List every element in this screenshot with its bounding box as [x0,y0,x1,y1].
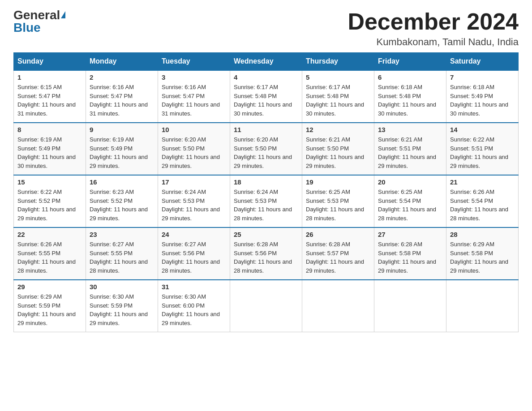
col-friday: Friday [374,53,446,71]
day-info: Sunrise: 6:22 AM Sunset: 5:52 PM Dayligh… [17,188,82,223]
day-info: Sunrise: 6:28 AM Sunset: 5:56 PM Dayligh… [234,240,298,275]
day-number: 8 [17,126,82,133]
col-monday: Monday [86,53,158,71]
col-saturday: Saturday [446,53,519,71]
week-row-3: 15 Sunrise: 6:22 AM Sunset: 5:52 PM Dayl… [14,175,519,227]
logo-blue-text: Blue [13,21,41,34]
day-number: 13 [378,126,442,133]
col-thursday: Thursday [302,53,374,71]
calendar-cell: 11 Sunrise: 6:20 AM Sunset: 5:50 PM Dayl… [230,123,302,175]
calendar-cell: 8 Sunrise: 6:19 AM Sunset: 5:49 PM Dayli… [14,123,86,175]
day-number: 5 [306,73,370,81]
calendar-title: December 2024 [348,9,519,34]
page-header: General Blue December 2024 Kumbakonam, T… [13,9,519,48]
day-number: 31 [162,283,226,291]
day-info: Sunrise: 6:28 AM Sunset: 5:57 PM Dayligh… [306,240,370,275]
day-info: Sunrise: 6:16 AM Sunset: 5:47 PM Dayligh… [90,83,154,118]
calendar-cell: 26 Sunrise: 6:28 AM Sunset: 5:57 PM Dayl… [302,227,374,280]
calendar-cell: 22 Sunrise: 6:26 AM Sunset: 5:55 PM Dayl… [14,227,86,280]
day-info: Sunrise: 6:16 AM Sunset: 5:47 PM Dayligh… [162,83,226,118]
day-number: 30 [90,283,154,291]
col-tuesday: Tuesday [158,53,230,71]
calendar-cell: 10 Sunrise: 6:20 AM Sunset: 5:50 PM Dayl… [158,123,230,175]
day-number: 7 [450,73,515,81]
calendar-cell: 27 Sunrise: 6:28 AM Sunset: 5:58 PM Dayl… [374,227,446,280]
title-section: December 2024 Kumbakonam, Tamil Nadu, In… [348,9,519,48]
week-row-4: 22 Sunrise: 6:26 AM Sunset: 5:55 PM Dayl… [14,227,519,280]
calendar-cell: 1 Sunrise: 6:15 AM Sunset: 5:47 PM Dayli… [14,70,86,123]
day-info: Sunrise: 6:27 AM Sunset: 5:56 PM Dayligh… [162,240,226,275]
calendar-cell: 29 Sunrise: 6:29 AM Sunset: 5:59 PM Dayl… [14,280,86,332]
day-info: Sunrise: 6:24 AM Sunset: 5:53 PM Dayligh… [162,188,226,223]
day-number: 6 [378,73,442,81]
calendar-cell: 9 Sunrise: 6:19 AM Sunset: 5:49 PM Dayli… [86,123,158,175]
calendar-cell: 13 Sunrise: 6:21 AM Sunset: 5:51 PM Dayl… [374,123,446,175]
day-number: 10 [162,126,226,133]
calendar-cell: 31 Sunrise: 6:30 AM Sunset: 6:00 PM Dayl… [158,280,230,332]
day-number: 27 [378,231,442,238]
day-number: 29 [17,283,82,291]
day-info: Sunrise: 6:18 AM Sunset: 5:48 PM Dayligh… [378,83,442,118]
day-info: Sunrise: 6:27 AM Sunset: 5:55 PM Dayligh… [90,240,154,275]
calendar-cell [230,280,302,332]
day-number: 26 [306,231,370,238]
day-number: 25 [234,231,298,238]
calendar-cell: 17 Sunrise: 6:24 AM Sunset: 5:53 PM Dayl… [158,175,230,227]
calendar-cell: 4 Sunrise: 6:17 AM Sunset: 5:48 PM Dayli… [230,70,302,123]
calendar-cell: 16 Sunrise: 6:23 AM Sunset: 5:52 PM Dayl… [86,175,158,227]
day-number: 3 [162,73,226,81]
calendar-cell: 20 Sunrise: 6:25 AM Sunset: 5:54 PM Dayl… [374,175,446,227]
day-info: Sunrise: 6:30 AM Sunset: 5:59 PM Dayligh… [90,292,154,327]
col-sunday: Sunday [14,53,86,71]
day-info: Sunrise: 6:25 AM Sunset: 5:54 PM Dayligh… [378,188,442,223]
calendar-cell: 7 Sunrise: 6:18 AM Sunset: 5:49 PM Dayli… [446,70,519,123]
day-number: 18 [234,178,298,186]
day-number: 2 [90,73,154,81]
day-number: 19 [306,178,370,186]
day-info: Sunrise: 6:17 AM Sunset: 5:48 PM Dayligh… [234,83,298,118]
calendar-cell: 5 Sunrise: 6:17 AM Sunset: 5:48 PM Dayli… [302,70,374,123]
week-row-5: 29 Sunrise: 6:29 AM Sunset: 5:59 PM Dayl… [14,280,519,332]
calendar-cell: 3 Sunrise: 6:16 AM Sunset: 5:47 PM Dayli… [158,70,230,123]
day-number: 28 [450,231,515,238]
day-info: Sunrise: 6:22 AM Sunset: 5:51 PM Dayligh… [450,135,515,170]
calendar-cell: 21 Sunrise: 6:26 AM Sunset: 5:54 PM Dayl… [446,175,519,227]
day-number: 21 [450,178,515,186]
day-info: Sunrise: 6:26 AM Sunset: 5:55 PM Dayligh… [17,240,82,275]
week-row-2: 8 Sunrise: 6:19 AM Sunset: 5:49 PM Dayli… [14,123,519,175]
calendar-cell: 14 Sunrise: 6:22 AM Sunset: 5:51 PM Dayl… [446,123,519,175]
day-info: Sunrise: 6:20 AM Sunset: 5:50 PM Dayligh… [234,135,298,170]
calendar-table: Sunday Monday Tuesday Wednesday Thursday… [13,52,519,332]
col-wednesday: Wednesday [230,53,302,71]
calendar-cell: 6 Sunrise: 6:18 AM Sunset: 5:48 PM Dayli… [374,70,446,123]
day-info: Sunrise: 6:25 AM Sunset: 5:53 PM Dayligh… [306,188,370,223]
day-info: Sunrise: 6:29 AM Sunset: 5:58 PM Dayligh… [450,240,515,275]
day-info: Sunrise: 6:20 AM Sunset: 5:50 PM Dayligh… [162,135,226,170]
calendar-cell: 15 Sunrise: 6:22 AM Sunset: 5:52 PM Dayl… [14,175,86,227]
calendar-cell: 30 Sunrise: 6:30 AM Sunset: 5:59 PM Dayl… [86,280,158,332]
calendar-cell: 19 Sunrise: 6:25 AM Sunset: 5:53 PM Dayl… [302,175,374,227]
day-number: 24 [162,231,226,238]
day-info: Sunrise: 6:15 AM Sunset: 5:47 PM Dayligh… [17,83,82,118]
day-number: 20 [378,178,442,186]
day-number: 11 [234,126,298,133]
calendar-cell [302,280,374,332]
calendar-cell: 18 Sunrise: 6:24 AM Sunset: 5:53 PM Dayl… [230,175,302,227]
calendar-header-row: Sunday Monday Tuesday Wednesday Thursday… [14,53,519,71]
day-number: 14 [450,126,515,133]
day-number: 9 [90,126,154,133]
day-info: Sunrise: 6:21 AM Sunset: 5:50 PM Dayligh… [306,135,370,170]
day-info: Sunrise: 6:26 AM Sunset: 5:54 PM Dayligh… [450,188,515,223]
day-info: Sunrise: 6:19 AM Sunset: 5:49 PM Dayligh… [90,135,154,170]
day-info: Sunrise: 6:24 AM Sunset: 5:53 PM Dayligh… [234,188,298,223]
day-number: 12 [306,126,370,133]
logo-general-text: General [13,9,65,21]
day-info: Sunrise: 6:28 AM Sunset: 5:58 PM Dayligh… [378,240,442,275]
calendar-cell [446,280,519,332]
day-number: 22 [17,231,82,238]
day-info: Sunrise: 6:30 AM Sunset: 6:00 PM Dayligh… [162,292,226,327]
day-number: 1 [17,73,82,81]
day-info: Sunrise: 6:18 AM Sunset: 5:49 PM Dayligh… [450,83,515,118]
calendar-cell: 28 Sunrise: 6:29 AM Sunset: 5:58 PM Dayl… [446,227,519,280]
day-number: 23 [90,231,154,238]
